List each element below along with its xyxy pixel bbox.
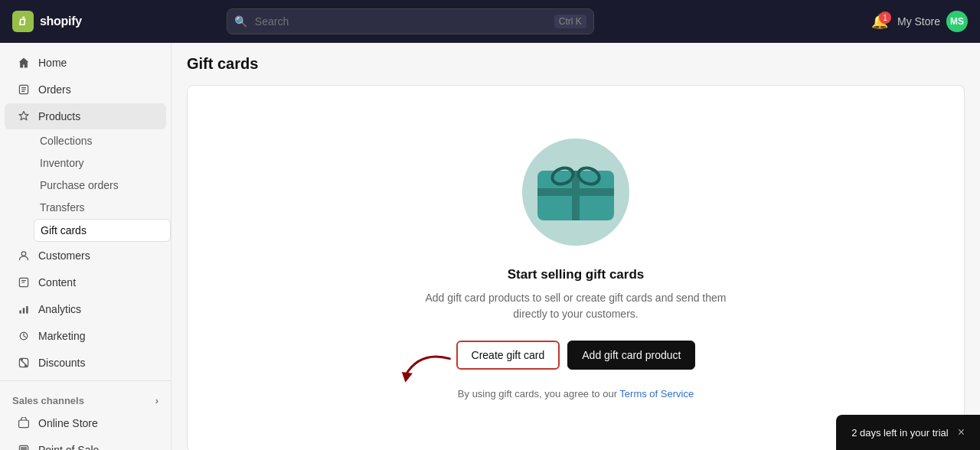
marketing-icon bbox=[17, 329, 31, 343]
search-icon: 🔍 bbox=[234, 15, 247, 28]
svg-rect-9 bbox=[21, 448, 23, 449]
sidebar-item-discounts[interactable]: Discounts bbox=[5, 350, 166, 376]
avatar: MS bbox=[946, 11, 968, 32]
empty-state-card: Start selling gift cards Add gift card p… bbox=[187, 85, 965, 450]
layout: Home Orders Products Collections Invento… bbox=[0, 43, 980, 450]
svg-rect-3 bbox=[19, 311, 21, 314]
trial-close-button[interactable]: × bbox=[958, 426, 965, 439]
point-of-sale-label: Point of Sale bbox=[38, 444, 99, 450]
svg-point-1 bbox=[21, 252, 26, 256]
orders-icon bbox=[17, 83, 31, 96]
sidebar-item-point-of-sale[interactable]: Point of Sale bbox=[5, 437, 166, 450]
terms-of-service-link[interactable]: Terms of Service bbox=[619, 388, 694, 399]
products-label: Products bbox=[38, 110, 80, 122]
search-bar: 🔍 Ctrl K bbox=[227, 8, 594, 34]
products-icon bbox=[17, 109, 31, 123]
topbar: shopify 🔍 Ctrl K 🔔 1 My Store MS bbox=[0, 0, 980, 43]
svg-rect-8 bbox=[19, 445, 28, 450]
notifications-button[interactable]: 🔔 1 bbox=[871, 13, 888, 30]
sales-channels-expand-icon[interactable]: › bbox=[155, 395, 158, 406]
marketing-label: Marketing bbox=[38, 330, 85, 342]
discounts-icon bbox=[17, 356, 31, 370]
store-selector-button[interactable]: My Store MS bbox=[897, 11, 968, 32]
page-title: Gift cards bbox=[187, 55, 965, 73]
divider-1 bbox=[0, 380, 171, 381]
store-name: My Store bbox=[897, 15, 940, 28]
analytics-label: Analytics bbox=[38, 303, 81, 315]
trial-text: 2 days left in your trial bbox=[851, 427, 948, 439]
topbar-right: 🔔 1 My Store MS bbox=[871, 11, 968, 32]
sidebar-item-transfers[interactable]: Transfers bbox=[34, 197, 171, 218]
empty-state-heading: Start selling gift cards bbox=[415, 267, 737, 282]
sales-channels-label: Sales channels bbox=[12, 395, 84, 406]
customers-icon bbox=[17, 249, 31, 262]
pos-icon bbox=[17, 443, 31, 450]
empty-state-content: Start selling gift cards Add gift card p… bbox=[415, 267, 737, 399]
terms-text: By using gift cards, you agree to our Te… bbox=[415, 388, 737, 399]
empty-state-description: Add gift card products to sell or create… bbox=[415, 290, 737, 322]
svg-rect-5 bbox=[26, 306, 28, 314]
customers-label: Customers bbox=[38, 249, 90, 262]
online-store-icon bbox=[17, 416, 31, 430]
sidebar-item-customers[interactable]: Customers bbox=[5, 243, 166, 269]
add-gift-card-product-button[interactable]: Add gift card product bbox=[567, 341, 695, 370]
svg-marker-20 bbox=[400, 370, 413, 383]
orders-label: Orders bbox=[38, 83, 71, 96]
discounts-label: Discounts bbox=[38, 357, 85, 369]
svg-rect-10 bbox=[24, 448, 26, 449]
sidebar-item-marketing[interactable]: Marketing bbox=[5, 323, 166, 349]
gift-card-svg bbox=[534, 159, 618, 224]
svg-point-19 bbox=[572, 177, 580, 184]
online-store-label: Online Store bbox=[38, 417, 98, 429]
gift-card-illustration bbox=[522, 139, 629, 246]
arrow-indicator bbox=[387, 341, 459, 401]
svg-rect-4 bbox=[23, 308, 24, 313]
sidebar-item-gift-cards[interactable]: Gift cards bbox=[34, 219, 171, 242]
sidebar-item-collections[interactable]: Collections bbox=[34, 130, 171, 152]
create-gift-card-button[interactable]: Create gift card bbox=[456, 341, 560, 370]
main-content: Gift cards bbox=[172, 43, 980, 450]
sidebar-item-products[interactable]: Products bbox=[5, 103, 166, 129]
products-submenu: Collections Inventory Purchase orders Tr… bbox=[0, 130, 171, 242]
sidebar-item-purchase-orders[interactable]: Purchase orders bbox=[34, 174, 171, 196]
sidebar-item-orders[interactable]: Orders bbox=[5, 77, 166, 103]
shopify-logo: shopify bbox=[12, 11, 82, 32]
analytics-icon bbox=[17, 302, 31, 316]
home-icon bbox=[17, 56, 31, 70]
shopify-logo-icon bbox=[12, 11, 34, 32]
search-input[interactable] bbox=[227, 8, 594, 34]
trial-banner: 2 days left in your trial × bbox=[836, 415, 980, 450]
sidebar-item-analytics[interactable]: Analytics bbox=[5, 296, 166, 322]
svg-rect-7 bbox=[19, 420, 29, 428]
notification-badge: 1 bbox=[879, 11, 891, 24]
action-buttons: Create gift card Add gift card product bbox=[415, 341, 737, 370]
search-shortcut: Ctrl K bbox=[554, 15, 586, 28]
content-icon bbox=[17, 276, 31, 289]
sales-channels-section: Sales channels › bbox=[0, 386, 171, 409]
shopify-wordmark: shopify bbox=[40, 15, 82, 28]
sidebar-item-online-store[interactable]: Online Store bbox=[5, 410, 166, 436]
sidebar: Home Orders Products Collections Invento… bbox=[0, 43, 172, 450]
home-label: Home bbox=[38, 57, 67, 69]
sidebar-item-content[interactable]: Content bbox=[5, 269, 166, 295]
sidebar-item-inventory[interactable]: Inventory bbox=[34, 152, 171, 174]
content-area: Start selling gift cards Add gift card p… bbox=[172, 79, 980, 450]
page-header: Gift cards bbox=[172, 43, 980, 79]
sidebar-item-home[interactable]: Home bbox=[5, 50, 166, 76]
content-label: Content bbox=[38, 276, 76, 289]
